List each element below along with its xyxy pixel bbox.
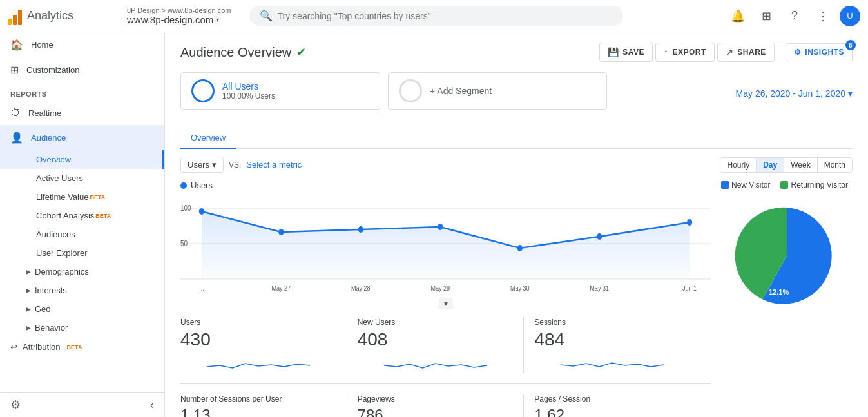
sidebar-geo-label: Geo	[35, 304, 51, 314]
insights-icon: ⚙	[794, 48, 802, 57]
analytics-logo-icon	[8, 7, 22, 25]
chart-scroll-indicator[interactable]: ▾	[439, 298, 453, 309]
customization-icon: ⊞	[10, 64, 19, 76]
sidebar-item-overview[interactable]: Overview	[0, 150, 164, 169]
user-avatar[interactable]: U	[840, 6, 860, 26]
sidebar-collapse-btn[interactable]: ‹	[150, 398, 154, 412]
settings-icon[interactable]: ⚙	[10, 398, 21, 412]
stat-users-label: Users	[180, 318, 336, 327]
sidebar-item-interests[interactable]: ▶ Interests	[0, 281, 164, 300]
right-panel: New Visitor Returning Visitor	[711, 180, 853, 417]
all-users-segment[interactable]: All Users 100.00% Users	[180, 72, 380, 110]
attribution-icon: ↩	[10, 342, 17, 352]
chart-legend-label: Users	[191, 180, 213, 190]
select-metric-link[interactable]: Select a metric	[246, 160, 302, 170]
day-btn[interactable]: Day	[756, 158, 784, 172]
date-range-label: May 26, 2020 - Jun 1, 2020	[736, 88, 845, 99]
sidebar-item-home[interactable]: 🏠 Home	[0, 32, 164, 57]
search-bar[interactable]: 🔍	[249, 6, 623, 26]
sidebar-realtime-label: Realtime	[28, 108, 61, 118]
lifetime-beta-badge: BETA	[90, 194, 105, 200]
stat-new-users: New Users 408	[358, 318, 525, 373]
sidebar-item-behavior[interactable]: ▶ Behavior	[0, 318, 164, 337]
overview-tabs: Overview	[180, 128, 853, 149]
sidebar-behavior-label: Behavior	[35, 323, 68, 333]
export-button[interactable]: ↑ EXPORT	[655, 43, 715, 62]
stats-main: Users 100 50	[180, 180, 711, 417]
bottom-layout: Users 100 50	[180, 180, 853, 417]
apps-button[interactable]: ⊞	[755, 5, 778, 28]
sidebar-overview-label: Overview	[36, 155, 71, 164]
svg-text:May 31: May 31	[590, 284, 609, 292]
sidebar-demographics-label: Demographics	[35, 267, 89, 276]
account-domain-btn[interactable]: www.8p-design.com ▾	[127, 14, 231, 25]
svg-text:May 28: May 28	[351, 284, 371, 292]
pie-legend: New Visitor Returning Visitor	[721, 180, 848, 189]
save-button[interactable]: 💾 SAVE	[599, 43, 653, 62]
help-button[interactable]: ?	[783, 5, 806, 28]
sidebar-item-cohort[interactable]: Cohort Analysis BETA	[0, 206, 164, 225]
svg-point-9	[438, 224, 443, 230]
sidebar-item-lifetime-value[interactable]: Lifetime Value BETA	[0, 188, 164, 206]
hourly-btn[interactable]: Hourly	[720, 158, 756, 172]
reports-section-label: REPORTS	[0, 82, 164, 101]
sidebar-item-active-users[interactable]: Active Users	[0, 169, 164, 188]
new-visitor-legend: New Visitor	[721, 180, 770, 189]
sidebar-lifetime-value-label: Lifetime Value	[36, 192, 88, 202]
users-metric-dropdown[interactable]: Users ▾	[180, 157, 224, 173]
line-chart: 100 50	[180, 195, 711, 295]
account-dropdown-arrow[interactable]: ▾	[216, 16, 219, 23]
segments-row: All Users 100.00% Users + Add Segment	[180, 72, 607, 110]
sidebar-user-explorer-label: User Explorer	[36, 248, 87, 258]
vs-label: VS.	[229, 160, 241, 170]
tab-overview[interactable]: Overview	[180, 128, 236, 149]
more-options-button[interactable]: ⋮	[811, 5, 834, 28]
stat-sessions-value: 484	[534, 329, 690, 350]
stat-users: Users 430	[180, 318, 347, 373]
svg-marker-5	[202, 211, 690, 279]
svg-text:50: 50	[180, 239, 188, 247]
sidebar-item-user-explorer[interactable]: User Explorer	[0, 244, 164, 262]
svg-text:100: 100	[180, 204, 191, 212]
sidebar-audiences-label: Audiences	[36, 229, 75, 239]
notifications-button[interactable]: 🔔	[726, 5, 749, 28]
stat-spu-value: 1.13	[180, 406, 336, 417]
sidebar-item-customization[interactable]: ⊞ Customization	[0, 57, 164, 82]
sidebar-item-realtime[interactable]: ⏱ Realtime	[0, 101, 164, 125]
account-info: 8P Design > www.8p-design.com www.8p-des…	[119, 6, 231, 25]
date-range-selector[interactable]: May 26, 2020 - Jun 1, 2020 ▾	[736, 88, 853, 99]
all-users-circle	[191, 79, 215, 102]
add-segment-card[interactable]: + Add Segment	[388, 72, 607, 110]
chart-container: Users 100 50	[180, 180, 711, 296]
sidebar-item-audiences[interactable]: Audiences	[0, 225, 164, 244]
sidebar-customization-label: Customization	[26, 65, 79, 75]
sidebar-item-demographics[interactable]: ▶ Demographics	[0, 262, 164, 281]
insights-button[interactable]: ⚙ INSIGHTS 6	[786, 43, 853, 61]
returning-visitor-dot	[780, 181, 788, 189]
metric-dropdown-arrow: ▾	[212, 160, 217, 170]
svg-point-7	[278, 229, 284, 235]
attribution-beta-badge: BETA	[67, 344, 82, 351]
share-button[interactable]: ↗ SHARE	[717, 43, 775, 62]
stat-sessions-label: Sessions	[534, 318, 690, 327]
month-btn[interactable]: Month	[817, 158, 852, 172]
users-metric-label: Users	[188, 160, 209, 170]
logo-bar-3	[18, 10, 22, 25]
sidebar-attribution-label: Attribution	[23, 342, 61, 352]
home-icon: 🏠	[10, 39, 23, 51]
metric-left: Users ▾ VS. Select a metric	[180, 157, 302, 173]
svg-text:May 27: May 27	[272, 284, 291, 292]
date-range-arrow: ▾	[848, 88, 853, 99]
sidebar-item-attribution[interactable]: ↩ Attribution BETA	[0, 337, 164, 357]
sidebar-item-audience[interactable]: 👤 Audience	[0, 125, 164, 150]
sidebar: 🏠 Home ⊞ Customization REPORTS ⏱ Realtim…	[0, 32, 165, 417]
stat-new-users-sparkline	[358, 354, 514, 373]
svg-point-10	[517, 245, 523, 251]
sidebar-audience-label: Audience	[31, 133, 66, 142]
week-btn[interactable]: Week	[784, 158, 816, 172]
search-input[interactable]	[278, 11, 613, 21]
svg-point-11	[597, 233, 602, 240]
stat-ps-value: 1.62	[534, 406, 690, 417]
sidebar-item-geo[interactable]: ▶ Geo	[0, 300, 164, 318]
action-divider	[780, 44, 780, 60]
